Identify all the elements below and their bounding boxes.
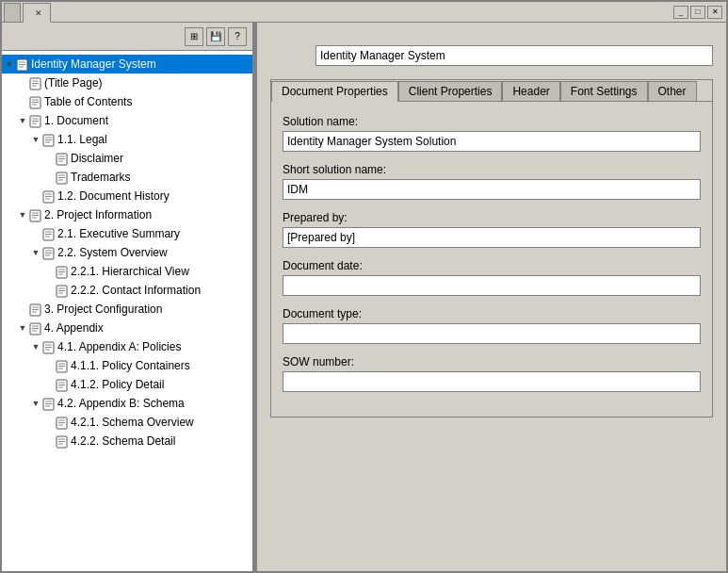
tree-item-sysoverview[interactable]: ▼2.2. System Overview	[2, 243, 252, 262]
tree-toggle-dochist	[30, 190, 41, 202]
tree-item-trademarks[interactable]: Trademarks	[2, 168, 252, 187]
tree-item-contact[interactable]: 2.2.2. Contact Information	[2, 281, 252, 300]
save-icon[interactable]: 💾	[206, 27, 225, 46]
tree-item-toc[interactable]: Table of Contents	[2, 92, 252, 111]
tree-node-icon	[29, 319, 41, 336]
input-short-solution-name[interactable]	[283, 179, 701, 200]
tab-header[interactable]: Header	[502, 81, 559, 102]
label-prepared-by: Prepared by:	[283, 211, 701, 224]
tree-toggle-projinfo[interactable]: ▼	[17, 209, 28, 221]
form-group-document-type: Document type:	[283, 307, 701, 344]
form-group-sow-number: SOW number:	[283, 355, 701, 392]
tree-toggle-appA[interactable]: ▼	[30, 341, 41, 352]
tree-toggle-hierarch	[43, 266, 55, 277]
title-row	[270, 45, 713, 66]
tree-label-contact: 2.2.2. Contact Information	[71, 282, 201, 299]
tree-item-projconfig[interactable]: 3. Project Configuration	[2, 300, 252, 319]
tree-item-doc1[interactable]: ▼1. Document	[2, 111, 252, 130]
input-sow-number[interactable]	[283, 371, 701, 392]
tree-label-schemadet: 4.2.2. Schema Detail	[71, 433, 175, 450]
form-group-document-date: Document date:	[283, 259, 701, 296]
tree-toggle-doc1[interactable]: ▼	[17, 115, 28, 126]
tree-item-disclaimer[interactable]: Disclaimer	[2, 149, 252, 168]
tree-toggle-disclaimer	[43, 153, 55, 164]
tabs-content: Solution name:Short solution name:Prepar…	[271, 102, 712, 417]
tree-node-icon	[29, 206, 41, 223]
tree-node-icon	[42, 225, 55, 242]
tree-node-icon	[56, 150, 68, 167]
tree-label-title-page: (Title Page)	[44, 74, 103, 91]
tab-doc-props[interactable]: Document Properties	[271, 81, 398, 102]
tree-node-icon	[42, 395, 55, 412]
title-input[interactable]	[315, 45, 713, 66]
input-document-type[interactable]	[283, 323, 701, 344]
expand-icon[interactable]: ⊞	[185, 27, 203, 46]
minimize-button[interactable]: _	[673, 6, 688, 19]
tree-toggle-appendix[interactable]: ▼	[17, 322, 28, 334]
tree-item-legal[interactable]: ▼1.1. Legal	[2, 130, 252, 149]
tree-node-icon	[16, 56, 28, 73]
tree-node-icon	[29, 93, 41, 110]
tree-label-poldetail: 4.1.2. Policy Detail	[71, 376, 164, 393]
close-button[interactable]: ✕	[707, 6, 722, 19]
tree-toggle-legal[interactable]: ▼	[30, 134, 41, 145]
tree-item-poldetail[interactable]: 4.1.2. Policy Detail	[2, 375, 252, 394]
tree-toggle-contact	[43, 285, 55, 296]
help-icon[interactable]: ?	[228, 27, 247, 46]
tab-docgen[interactable]: ✕	[23, 3, 51, 23]
tree-label-schemaov: 4.2.1. Schema Overview	[71, 414, 194, 431]
tree-toggle-root[interactable]: ▼	[4, 58, 15, 70]
label-solution-name: Solution name:	[283, 115, 701, 128]
tab-developer[interactable]	[4, 3, 21, 22]
tree-label-appA: 4.1. Appendix A: Policies	[57, 338, 181, 355]
tree-item-dochist[interactable]: 1.2. Document History	[2, 187, 252, 205]
close-tab-icon[interactable]: ✕	[35, 8, 42, 18]
tree-item-appB[interactable]: ▼4.2. Appendix B: Schema	[2, 394, 252, 413]
input-prepared-by[interactable]	[283, 227, 701, 248]
tree-item-root[interactable]: ▼Identity Manager System	[2, 55, 252, 74]
tree-node-icon	[29, 74, 41, 91]
tree-toggle-schemaov	[43, 417, 55, 428]
maximize-button[interactable]: □	[690, 6, 705, 19]
tree-node-icon	[56, 376, 68, 393]
tree-label-root: Identity Manager System	[31, 56, 156, 73]
input-solution-name[interactable]	[283, 131, 701, 152]
tree-label-disclaimer: Disclaimer	[71, 150, 123, 167]
tree-label-polcontain: 4.1.1. Policy Containers	[71, 357, 190, 374]
tree-item-appA[interactable]: ▼4.1. Appendix A: Policies	[2, 337, 252, 356]
tab-font-settings[interactable]: Font Settings	[560, 81, 648, 102]
tree-item-hierarch[interactable]: 2.2.1. Hierarchical View	[2, 262, 252, 281]
tree-node-icon	[42, 338, 55, 355]
tab-other[interactable]: Other	[648, 81, 697, 102]
tree-toggle-sysoverview[interactable]: ▼	[30, 247, 41, 258]
tree-label-dochist: 1.2. Document History	[57, 188, 170, 205]
tree-toggle-appB[interactable]: ▼	[30, 398, 41, 409]
tree-item-schemadet[interactable]: 4.2.2. Schema Detail	[2, 432, 252, 450]
input-document-date[interactable]	[283, 275, 701, 296]
tree-node-icon	[56, 263, 68, 280]
tree-node-icon	[42, 244, 55, 261]
tree-item-execsum[interactable]: 2.1. Executive Summary	[2, 224, 252, 243]
tabs-container: Document PropertiesClient PropertiesHead…	[270, 79, 713, 417]
form-group-prepared-by: Prepared by:	[283, 211, 701, 248]
form-group-short-solution-name: Short solution name:	[283, 163, 701, 200]
tree-label-execsum: 2.1. Executive Summary	[57, 225, 180, 242]
left-panel-header: ⊞ 💾 ?	[2, 23, 252, 51]
main-window: ✕ _ □ ✕ ⊞ 💾 ? ▼Identity Manager System (…	[0, 0, 728, 573]
tree-item-projinfo[interactable]: ▼2. Project Information	[2, 205, 252, 224]
left-panel: ⊞ 💾 ? ▼Identity Manager System (Title Pa…	[2, 23, 254, 571]
tree-toggle-schemadet	[43, 435, 55, 447]
tree-item-appendix[interactable]: ▼4. Appendix	[2, 319, 252, 337]
tab-client-props[interactable]: Client Properties	[398, 81, 503, 102]
tree-item-title-page[interactable]: (Title Page)	[2, 74, 252, 92]
tree-label-appB: 4.2. Appendix B: Schema	[57, 395, 185, 412]
tree-item-schemaov[interactable]: 4.2.1. Schema Overview	[2, 413, 252, 432]
tree-toggle-polcontain	[43, 360, 55, 371]
tree-item-polcontain[interactable]: 4.1.1. Policy Containers	[2, 356, 252, 375]
tree-label-trademarks: Trademarks	[71, 169, 131, 186]
tree-node-icon	[56, 169, 68, 186]
label-short-solution-name: Short solution name:	[283, 163, 701, 176]
tree-label-doc1: 1. Document	[44, 112, 108, 129]
tree-node-icon	[56, 414, 68, 431]
tree-toggle-poldetail	[43, 379, 55, 390]
